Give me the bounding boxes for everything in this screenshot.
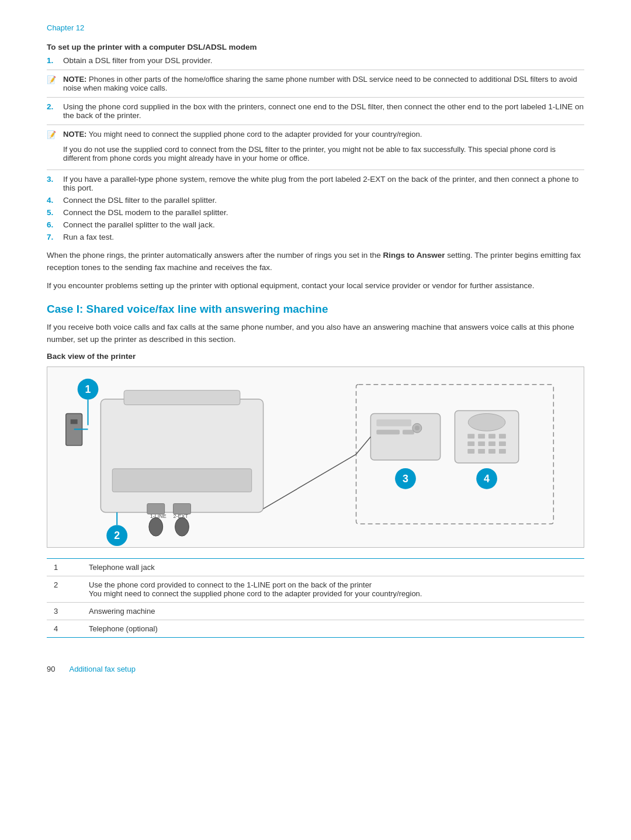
svg-rect-36	[499, 441, 506, 446]
svg-rect-32	[499, 434, 506, 438]
table-cell-num: 3	[47, 602, 82, 620]
svg-rect-3	[71, 419, 78, 424]
step-num-4: 4.	[47, 196, 63, 205]
svg-point-14	[175, 517, 189, 536]
table-cell-num: 4	[47, 620, 82, 637]
list-item: 4. Connect the DSL filter to the paralle…	[47, 196, 584, 205]
note-text-1: NOTE: Phones in other parts of the home/…	[63, 75, 584, 92]
svg-rect-20	[376, 419, 411, 426]
svg-point-13	[149, 517, 163, 536]
step-num-3: 3.	[47, 175, 63, 184]
svg-point-28	[468, 413, 505, 431]
svg-rect-9	[147, 503, 165, 514]
note-box-2: 📝 NOTE: You might need to connect the su…	[47, 125, 584, 170]
step-text-2: Using the phone cord supplied in the box…	[63, 102, 584, 120]
svg-rect-33	[467, 441, 474, 446]
table-cell-num: 2	[47, 576, 82, 602]
list-item: 3. If you have a parallel-type phone sys…	[47, 175, 584, 192]
note-box-1: 📝 NOTE: Phones in other parts of the hom…	[47, 70, 584, 98]
list-item: 6. Connect the parallel splitter to the …	[47, 220, 584, 229]
setup-heading: To set up the printer with a computer DS…	[47, 43, 584, 51]
list-item: 7. Run a fax test.	[47, 233, 584, 241]
table-cell-desc: Telephone wall jack	[82, 558, 584, 576]
svg-line-44	[356, 437, 371, 454]
table-cell-desc: Answering machine	[82, 602, 584, 620]
svg-rect-21	[376, 430, 400, 434]
list-item: 1. Obtain a DSL filter from your DSL pro…	[47, 56, 584, 65]
step-text-3: If you have a parallel-type phone system…	[63, 175, 584, 192]
table-row: 4 Telephone (optional)	[47, 620, 584, 637]
note-text-2: NOTE: You might need to connect the supp…	[63, 130, 422, 139]
svg-rect-29	[467, 434, 474, 438]
svg-rect-30	[478, 434, 485, 438]
svg-rect-6	[100, 399, 263, 512]
svg-rect-34	[478, 441, 485, 446]
table-row: 1 Telephone wall jack	[47, 558, 584, 576]
step-text-7: Run a fax test.	[63, 233, 584, 241]
svg-rect-31	[488, 434, 495, 438]
svg-line-43	[264, 454, 356, 509]
step-text-1: Obtain a DSL filter from your DSL provid…	[63, 56, 584, 65]
svg-rect-40	[499, 449, 506, 454]
svg-text:2: 2	[114, 530, 120, 541]
step-text-4: Connect the DSL filter to the parallel s…	[63, 196, 584, 205]
svg-rect-10	[174, 503, 191, 514]
back-view-label: Back view of the printer	[47, 352, 584, 361]
svg-text:4: 4	[484, 472, 490, 484]
step-num-2: 2.	[47, 102, 63, 111]
svg-text:3: 3	[403, 472, 408, 484]
case-heading: Case I: Shared voice/fax line with answe…	[47, 303, 584, 316]
step-text-5: Connect the DSL modem to the parallel sp…	[63, 208, 584, 217]
svg-rect-7	[124, 390, 240, 405]
svg-rect-38	[478, 449, 485, 454]
page-number: 90	[47, 665, 55, 673]
list-item: 5. Connect the DSL modem to the parallel…	[47, 208, 584, 217]
step-num-5: 5.	[47, 208, 63, 217]
note-icon-1: 📝	[47, 75, 58, 84]
step-num-7: 7.	[47, 233, 63, 241]
svg-text:1: 1	[85, 383, 91, 395]
table-cell-desc: Use the phone cord provided to connect t…	[82, 576, 584, 602]
svg-rect-22	[403, 430, 414, 434]
paragraph-1: When the phone rings, the printer automa…	[47, 250, 584, 274]
footer-link: Additional fax setup	[69, 665, 135, 673]
step-num-1: 1.	[47, 56, 63, 65]
svg-point-24	[415, 426, 419, 430]
step-text-6: Connect the parallel splitter to the wal…	[63, 220, 584, 229]
svg-rect-35	[488, 441, 495, 446]
note-icon-2: 📝	[47, 130, 58, 139]
table-row: 3 Answering machine	[47, 602, 584, 620]
table-cell-desc: Telephone (optional)	[82, 620, 584, 637]
table-row: 2 Use the phone cord provided to connect…	[47, 576, 584, 602]
extra-note: If you do not use the supplied cord to c…	[63, 145, 584, 163]
table-cell-num: 1	[47, 558, 82, 576]
chapter-label: Chapter 12	[47, 23, 584, 32]
svg-rect-37	[467, 449, 474, 454]
svg-rect-8	[112, 468, 251, 492]
parts-table: 1 Telephone wall jack 2 Use the phone co…	[47, 558, 584, 638]
list-item: 2. Using the phone cord supplied in the …	[47, 102, 584, 120]
printer-diagram: 1 1-LINE 2-EXT 2	[47, 367, 584, 548]
footer: 90 Additional fax setup	[47, 661, 584, 673]
step-num-6: 6.	[47, 220, 63, 229]
svg-rect-39	[488, 449, 495, 454]
paragraph-2: If you encounter problems setting up the…	[47, 280, 584, 292]
case-intro: If you receive both voice calls and fax …	[47, 322, 584, 346]
